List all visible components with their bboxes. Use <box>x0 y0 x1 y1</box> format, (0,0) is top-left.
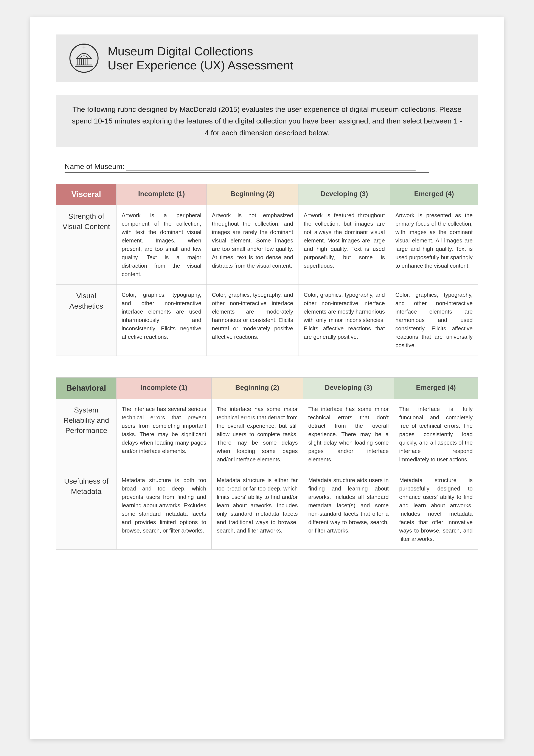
system-incomplete: The interface has several serious techni… <box>122 405 206 455</box>
table-row: Usefulness of Metadata Metadata structur… <box>56 470 478 550</box>
col-beginning-behavioral: Beginning (2) <box>212 378 303 399</box>
col-incomplete-behavioral: Incomplete (1) <box>116 378 212 399</box>
strength-emerged: Artwork is presented as the primary focu… <box>395 211 472 270</box>
svg-rect-4 <box>85 59 87 65</box>
aesthetics-developing: Color, graphics, typography, and other n… <box>304 291 385 341</box>
table-row: Strength of Visual Content Artwork is a … <box>56 205 478 285</box>
strength-developing: Artwork is featured throughout the colle… <box>304 211 385 270</box>
system-developing: The interface has some minor technical e… <box>308 405 389 464</box>
strength-beginning: Artwork is not emphasized throughout the… <box>212 211 293 270</box>
row-label-aesthetics: Visual Aesthetics <box>56 285 116 356</box>
system-beginning: The interface has some major technical e… <box>217 405 298 464</box>
col-emerged-behavioral: Emerged (4) <box>394 378 478 399</box>
aesthetics-beginning: Color, graphics, typography, and other n… <box>212 291 293 341</box>
strength-incomplete: Artwork is a peripheral component of the… <box>122 211 201 279</box>
section-spacer <box>56 369 478 377</box>
intro-section: The following rubric designed by MacDona… <box>56 95 478 147</box>
aesthetics-emerged: Color, graphics, typography, and other n… <box>395 291 472 350</box>
table-row: Visual Aesthetics Color, graphics, typog… <box>56 285 478 356</box>
header: Museum Digital Collections User Experien… <box>56 35 478 82</box>
visceral-header: Visceral <box>56 184 116 205</box>
header-title-line2: User Experience (UX) Assessment <box>108 58 293 72</box>
col-incomplete-visceral: Incomplete (1) <box>116 184 207 205</box>
aesthetics-incomplete: Color, graphics, typography, and other n… <box>122 291 201 341</box>
system-emerged: The interface is fully functional and co… <box>399 405 472 464</box>
intro-text: The following rubric designed by MacDona… <box>69 103 465 139</box>
page: Museum Digital Collections User Experien… <box>30 17 504 739</box>
svg-rect-2 <box>78 59 80 65</box>
name-section: Name of Museum: ________________________… <box>56 158 478 184</box>
svg-rect-5 <box>89 59 91 65</box>
col-developing-behavioral: Developing (3) <box>303 378 394 399</box>
behavioral-header: Behavioral <box>56 378 116 399</box>
col-beginning-visceral: Beginning (2) <box>207 184 298 205</box>
metadata-developing: Metadata structure aids users in finding… <box>308 476 389 535</box>
behavioral-table: Behavioral Incomplete (1) Beginning (2) … <box>56 377 478 550</box>
header-title-line1: Museum Digital Collections <box>108 44 293 58</box>
col-emerged-visceral: Emerged (4) <box>390 184 478 205</box>
museum-logo <box>69 43 99 73</box>
table-row: System Reliability and Performance The i… <box>56 399 478 470</box>
col-developing-visceral: Developing (3) <box>298 184 390 205</box>
metadata-emerged: Metadata structure is purposefully desig… <box>399 476 472 543</box>
row-label-strength: Strength of Visual Content <box>56 205 116 285</box>
metadata-beginning: Metadata structure is either far too bro… <box>217 476 298 535</box>
row-label-system: System Reliability and Performance <box>56 399 116 470</box>
metadata-incomplete: Metadata structure is both too broad and… <box>122 476 206 535</box>
name-label[interactable]: Name of Museum: ________________________… <box>64 162 429 173</box>
svg-rect-3 <box>81 59 83 65</box>
header-text: Museum Digital Collections User Experien… <box>108 44 293 72</box>
visceral-table: Visceral Incomplete (1) Beginning (2) De… <box>56 184 478 356</box>
row-label-metadata: Usefulness of Metadata <box>56 470 116 550</box>
